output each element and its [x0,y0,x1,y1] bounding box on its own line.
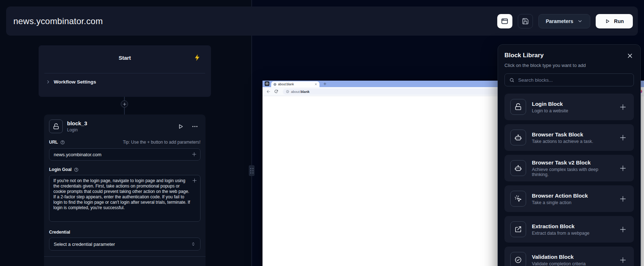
block-item-title: Validation Block [532,254,586,260]
login-goal-label: Login Goal [49,167,72,172]
parameters-tip: Tip: Use the + button to add parameters! [123,140,200,145]
parameters-button[interactable]: Parameters [538,14,590,28]
block-library-panel: Block Library Click on the block type yo… [498,44,641,266]
start-block-card[interactable]: Start Workflow Settings [39,45,211,97]
block-library-header: Block Library [504,52,634,60]
parameters-label: Parameters [546,18,573,24]
login-block-titles: block_3 Login [67,120,87,132]
block-menu-icon[interactable] [191,123,198,130]
chevron-right-icon [46,80,50,84]
workflow-settings-label: Workflow Settings [54,79,96,85]
close-icon [627,53,633,59]
block-library-title: Block Library [504,52,544,59]
chevron-down-icon [577,18,583,24]
search-input[interactable] [518,77,629,83]
panel-resize-handle[interactable] [249,165,255,176]
login-block-header: block_3 Login [49,120,200,133]
block-item-browser-task-v2[interactable]: Browser Task v2 Block Achieve complex ta… [504,155,634,181]
block-item-subtitle: Achieve complex tasks with deep thinking… [532,167,613,177]
login-block-card[interactable]: block_3 Login URL Tip: Use the + button … [44,114,206,266]
help-icon[interactable] [60,140,65,145]
browser-tab[interactable]: about:blank [271,81,319,87]
reload-icon[interactable] [274,89,278,94]
close-panel-button[interactable] [626,52,634,60]
block-item-title: Extraction Block [532,223,590,229]
panel-resize-divider [251,0,252,266]
block-name: block_3 [67,120,87,126]
block-item-subtitle: Login to a website [532,108,568,113]
block-item-browser-task[interactable]: Browser Task Block Take actions to achie… [504,124,634,151]
globe-icon [273,83,277,86]
goal-textarea-wrap: If you're not on the login page, navigat… [49,175,200,222]
block-library-subtitle: Click on the block type you want to add [504,63,634,68]
add-parameter-icon[interactable] [192,178,197,185]
play-icon [605,18,610,24]
login-goal-textarea[interactable]: If you're not on the login page, navigat… [49,175,200,222]
robot-icon [510,130,526,145]
add-icon[interactable] [619,226,627,233]
browser-window-icon [501,17,508,25]
run-block-icon[interactable] [177,123,184,130]
goal-field-row: Login Goal [49,167,200,172]
block-item-subtitle: Extract data from a webpage [532,231,590,236]
address-url: about:blank [291,90,309,94]
block-item-title: Login Block [532,101,568,107]
tab-title: about:blank [278,82,313,86]
url-label: URL [49,140,58,145]
block-item-title: Browser Task Block [532,131,593,137]
add-icon[interactable] [619,164,627,172]
add-icon[interactable] [619,134,627,141]
add-parameter-icon[interactable] [191,152,197,158]
lock-open-icon [49,120,63,133]
new-tab-icon[interactable] [323,82,327,86]
search-box [504,73,634,86]
block-item-validation[interactable]: Validation Block Validate completion cri… [504,247,634,266]
run-label: Run [614,18,624,24]
info-icon [286,90,289,93]
credential-select[interactable]: Select a credential parameter [49,238,200,251]
add-icon[interactable] [619,103,627,111]
workflow-builder-app: news.ycombinator.com Parameters Run Star… [0,0,644,266]
block-item-extraction[interactable]: Extraction Block Extract data from a web… [504,216,634,243]
credential-label: Credential [49,230,200,235]
block-item-browser-action[interactable]: Browser Action Block Take a single actio… [504,185,634,212]
block-item-subtitle: Take a single action [532,200,588,205]
block-library-items: Login Block Login to a website Browser T… [504,94,634,266]
run-button[interactable]: Run [596,14,633,28]
credential-select-value: Select a credential parameter [54,242,115,247]
top-header: news.ycombinator.com Parameters Run [6,6,638,36]
export-icon [510,221,526,237]
tab-close-icon[interactable] [314,83,317,86]
start-block-title: Start [39,55,211,61]
back-icon[interactable] [266,89,271,94]
save-icon [522,18,529,25]
url-field-row: URL Tip: Use the + button to add paramet… [49,140,200,145]
block-item-title: Browser Action Block [532,193,588,199]
tab-strip-window-icon [265,81,269,86]
save-button[interactable] [518,14,533,28]
url-input[interactable] [49,148,200,161]
browser-view-button[interactable] [497,14,512,28]
add-icon[interactable] [619,256,627,264]
start-card-divider [44,73,205,73]
block-item-login[interactable]: Login Block Login to a website [504,94,634,120]
chevrons-up-down-icon [191,242,196,247]
login-card-divider [44,256,206,257]
page-title: news.ycombinator.com [13,16,103,26]
help-icon[interactable] [74,167,79,172]
block-actions [177,123,200,130]
add-icon[interactable] [619,195,627,203]
cursor-click-icon [510,191,526,207]
block-item-subtitle: Take actions to achieve a task. [532,139,593,144]
lock-open-icon [510,99,526,115]
lightning-icon [194,54,201,61]
block-item-subtitle: Validate completion criteria [532,261,586,266]
robot-icon [510,160,526,176]
circle-check-icon [510,252,526,266]
workflow-settings-toggle[interactable]: Workflow Settings [46,79,96,85]
plus-icon [123,102,127,106]
search-icon [509,77,515,83]
url-input-wrap [49,148,200,161]
add-block-connector-button[interactable] [121,100,128,108]
header-actions: Parameters Run [497,14,633,28]
